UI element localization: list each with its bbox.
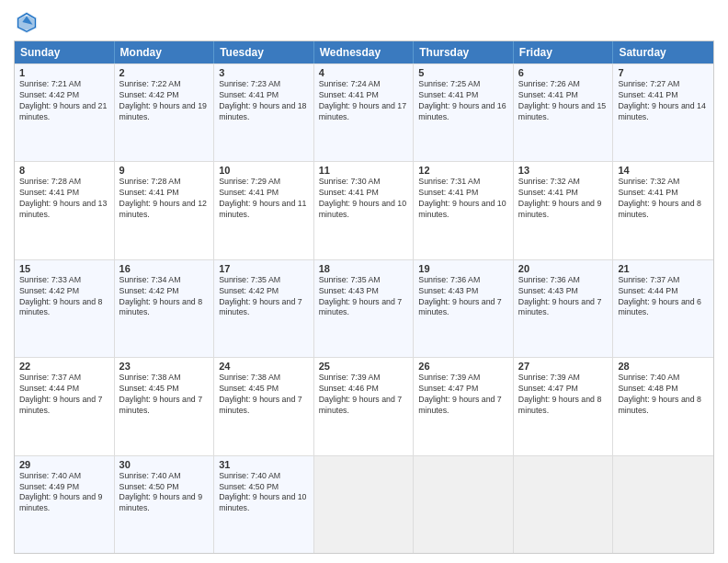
calendar-day-cell: 1Sunrise: 7:21 AMSunset: 4:42 PMDaylight… <box>15 64 115 161</box>
day-info: Sunrise: 7:36 AMSunset: 4:43 PMDaylight:… <box>418 275 508 319</box>
calendar-day-cell: 26Sunrise: 7:39 AMSunset: 4:47 PMDayligh… <box>414 358 514 454</box>
weekday-header: Monday <box>115 41 215 63</box>
weekday-header: Wednesday <box>314 41 415 63</box>
calendar-day-cell: 14Sunrise: 7:32 AMSunset: 4:41 PMDayligh… <box>613 162 713 259</box>
day-number: 17 <box>219 263 309 274</box>
day-number: 7 <box>618 67 709 78</box>
day-number: 11 <box>319 165 409 176</box>
day-number: 30 <box>119 459 210 470</box>
day-info: Sunrise: 7:38 AMSunset: 4:45 PMDaylight:… <box>119 373 210 417</box>
calendar-day-cell: 5Sunrise: 7:25 AMSunset: 4:41 PMDaylight… <box>414 64 514 161</box>
calendar-day-cell: 29Sunrise: 7:40 AMSunset: 4:49 PMDayligh… <box>15 456 115 553</box>
calendar-day-cell: 6Sunrise: 7:26 AMSunset: 4:41 PMDaylight… <box>514 64 614 161</box>
calendar-row: 1Sunrise: 7:21 AMSunset: 4:42 PMDaylight… <box>15 63 713 161</box>
day-info: Sunrise: 7:30 AMSunset: 4:41 PMDaylight:… <box>319 177 409 221</box>
day-info: Sunrise: 7:32 AMSunset: 4:41 PMDaylight:… <box>518 177 609 221</box>
logo <box>14 9 43 35</box>
calendar-day-cell: 21Sunrise: 7:37 AMSunset: 4:44 PMDayligh… <box>613 260 713 357</box>
day-number: 29 <box>19 459 109 470</box>
calendar-day-cell: 17Sunrise: 7:35 AMSunset: 4:42 PMDayligh… <box>214 260 314 357</box>
calendar-day-cell: 15Sunrise: 7:33 AMSunset: 4:42 PMDayligh… <box>15 260 115 357</box>
day-number: 2 <box>119 67 210 78</box>
calendar-empty-cell <box>314 456 415 553</box>
calendar-day-cell: 30Sunrise: 7:40 AMSunset: 4:50 PMDayligh… <box>115 456 215 553</box>
day-info: Sunrise: 7:35 AMSunset: 4:42 PMDaylight:… <box>219 275 309 319</box>
calendar-day-cell: 28Sunrise: 7:40 AMSunset: 4:48 PMDayligh… <box>613 358 713 454</box>
day-info: Sunrise: 7:21 AMSunset: 4:42 PMDaylight:… <box>19 79 109 123</box>
day-info: Sunrise: 7:40 AMSunset: 4:48 PMDaylight:… <box>618 373 709 417</box>
calendar-day-cell: 25Sunrise: 7:39 AMSunset: 4:46 PMDayligh… <box>314 358 415 454</box>
calendar-day-cell: 11Sunrise: 7:30 AMSunset: 4:41 PMDayligh… <box>314 162 415 259</box>
day-info: Sunrise: 7:28 AMSunset: 4:41 PMDaylight:… <box>19 177 109 221</box>
day-number: 27 <box>518 361 609 372</box>
day-info: Sunrise: 7:36 AMSunset: 4:43 PMDaylight:… <box>518 275 609 319</box>
calendar-day-cell: 19Sunrise: 7:36 AMSunset: 4:43 PMDayligh… <box>414 260 514 357</box>
calendar-empty-cell <box>514 456 614 553</box>
calendar-row: 29Sunrise: 7:40 AMSunset: 4:49 PMDayligh… <box>15 455 713 553</box>
day-info: Sunrise: 7:24 AMSunset: 4:41 PMDaylight:… <box>319 79 409 123</box>
calendar-day-cell: 18Sunrise: 7:35 AMSunset: 4:43 PMDayligh… <box>314 260 415 357</box>
weekday-header: Saturday <box>613 41 713 63</box>
calendar-day-cell: 12Sunrise: 7:31 AMSunset: 4:41 PMDayligh… <box>414 162 514 259</box>
weekday-header: Friday <box>514 41 614 63</box>
day-info: Sunrise: 7:32 AMSunset: 4:41 PMDaylight:… <box>618 177 709 221</box>
calendar-day-cell: 8Sunrise: 7:28 AMSunset: 4:41 PMDaylight… <box>15 162 115 259</box>
calendar-day-cell: 3Sunrise: 7:23 AMSunset: 4:41 PMDaylight… <box>214 64 314 161</box>
calendar-row: 22Sunrise: 7:37 AMSunset: 4:44 PMDayligh… <box>15 357 713 454</box>
day-info: Sunrise: 7:40 AMSunset: 4:50 PMDaylight:… <box>119 471 210 515</box>
day-number: 5 <box>418 67 508 78</box>
calendar-day-cell: 23Sunrise: 7:38 AMSunset: 4:45 PMDayligh… <box>115 358 215 454</box>
weekday-header: Sunday <box>15 41 115 63</box>
calendar-day-cell: 27Sunrise: 7:39 AMSunset: 4:47 PMDayligh… <box>514 358 614 454</box>
day-number: 21 <box>618 263 709 274</box>
calendar-day-cell: 7Sunrise: 7:27 AMSunset: 4:41 PMDaylight… <box>613 64 713 161</box>
day-number: 3 <box>219 67 309 78</box>
day-info: Sunrise: 7:23 AMSunset: 4:41 PMDaylight:… <box>219 79 309 123</box>
calendar-day-cell: 22Sunrise: 7:37 AMSunset: 4:44 PMDayligh… <box>15 358 115 454</box>
day-info: Sunrise: 7:25 AMSunset: 4:41 PMDaylight:… <box>418 79 508 123</box>
day-number: 8 <box>19 165 109 176</box>
calendar-row: 8Sunrise: 7:28 AMSunset: 4:41 PMDaylight… <box>15 161 713 259</box>
calendar-day-cell: 10Sunrise: 7:29 AMSunset: 4:41 PMDayligh… <box>214 162 314 259</box>
page: SundayMondayTuesdayWednesdayThursdayFrid… <box>0 0 728 563</box>
day-number: 6 <box>518 67 609 78</box>
day-number: 24 <box>219 361 309 372</box>
day-number: 12 <box>418 165 508 176</box>
header <box>14 9 714 35</box>
day-number: 22 <box>19 361 109 372</box>
calendar-empty-cell <box>414 456 514 553</box>
day-number: 23 <box>119 361 210 372</box>
calendar-body: 1Sunrise: 7:21 AMSunset: 4:42 PMDaylight… <box>15 63 713 553</box>
day-number: 4 <box>319 67 409 78</box>
day-info: Sunrise: 7:38 AMSunset: 4:45 PMDaylight:… <box>219 373 309 417</box>
day-number: 16 <box>119 263 210 274</box>
day-info: Sunrise: 7:33 AMSunset: 4:42 PMDaylight:… <box>19 275 109 319</box>
day-number: 28 <box>618 361 709 372</box>
weekday-header: Thursday <box>414 41 514 63</box>
day-number: 15 <box>19 263 109 274</box>
day-info: Sunrise: 7:39 AMSunset: 4:46 PMDaylight:… <box>319 373 409 417</box>
calendar-day-cell: 9Sunrise: 7:28 AMSunset: 4:41 PMDaylight… <box>115 162 215 259</box>
day-info: Sunrise: 7:35 AMSunset: 4:43 PMDaylight:… <box>319 275 409 319</box>
calendar-day-cell: 13Sunrise: 7:32 AMSunset: 4:41 PMDayligh… <box>514 162 614 259</box>
day-info: Sunrise: 7:27 AMSunset: 4:41 PMDaylight:… <box>618 79 709 123</box>
day-number: 19 <box>418 263 508 274</box>
calendar-day-cell: 31Sunrise: 7:40 AMSunset: 4:50 PMDayligh… <box>214 456 314 553</box>
day-info: Sunrise: 7:40 AMSunset: 4:50 PMDaylight:… <box>219 471 309 515</box>
day-number: 31 <box>219 459 309 470</box>
day-number: 14 <box>618 165 709 176</box>
calendar: SundayMondayTuesdayWednesdayThursdayFrid… <box>14 40 714 554</box>
day-info: Sunrise: 7:37 AMSunset: 4:44 PMDaylight:… <box>19 373 109 417</box>
day-number: 20 <box>518 263 609 274</box>
day-number: 9 <box>119 165 210 176</box>
day-number: 10 <box>219 165 309 176</box>
day-info: Sunrise: 7:39 AMSunset: 4:47 PMDaylight:… <box>518 373 609 417</box>
day-info: Sunrise: 7:37 AMSunset: 4:44 PMDaylight:… <box>618 275 709 319</box>
calendar-day-cell: 20Sunrise: 7:36 AMSunset: 4:43 PMDayligh… <box>514 260 614 357</box>
calendar-day-cell: 2Sunrise: 7:22 AMSunset: 4:42 PMDaylight… <box>115 64 215 161</box>
calendar-header: SundayMondayTuesdayWednesdayThursdayFrid… <box>15 41 713 63</box>
day-number: 13 <box>518 165 609 176</box>
day-info: Sunrise: 7:28 AMSunset: 4:41 PMDaylight:… <box>119 177 210 221</box>
day-info: Sunrise: 7:31 AMSunset: 4:41 PMDaylight:… <box>418 177 508 221</box>
day-info: Sunrise: 7:39 AMSunset: 4:47 PMDaylight:… <box>418 373 508 417</box>
